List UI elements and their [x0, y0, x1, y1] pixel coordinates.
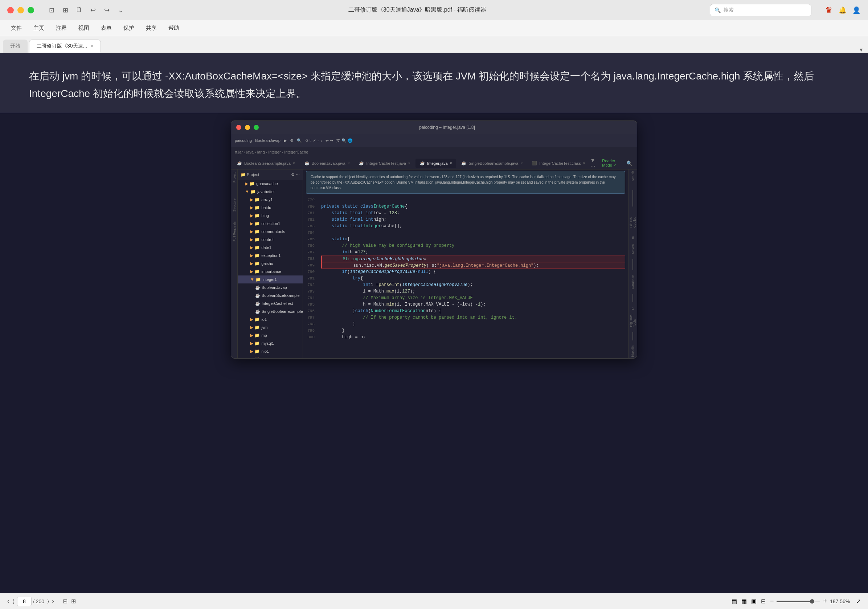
menu-annotate[interactable]: 注释 [51, 23, 72, 34]
ide-minimize-button[interactable] [245, 125, 250, 130]
tree-item-integer1[interactable]: ▼ 📁 integer1 [238, 276, 303, 284]
menu-view[interactable]: 视图 [73, 23, 95, 34]
menu-home[interactable]: 主页 [28, 23, 50, 34]
search-bar[interactable]: 🔍 搜索 [710, 4, 811, 16]
tabbar-menu-icon[interactable]: ▼ [859, 47, 863, 53]
tab-document[interactable]: 二哥修订版《30天速... × [29, 40, 101, 53]
tab-close[interactable]: × [348, 161, 350, 165]
tab-close[interactable]: × [293, 161, 295, 165]
zoom-out-button[interactable]: − [770, 597, 774, 605]
code-line-797: // If the property cannot be parsed into… [321, 314, 625, 321]
page-input-area[interactable]: / 200 [17, 597, 44, 606]
menu-help[interactable]: 帮助 [163, 23, 184, 34]
first-page-icon[interactable]: ⟨ [12, 598, 14, 604]
tree-item-oo[interactable]: ▶ 📁 oo [238, 355, 303, 358]
tree-item-guavacache[interactable]: ▶ 📁 guavacache [238, 180, 303, 188]
main-area: 在启动 jvm 的时候，可以通过 -XX:AutoBoxCacheMax=<si… [0, 53, 868, 593]
ide-tab-boolean-size[interactable]: ☕ BooleanSizeExample.java × [232, 159, 299, 168]
tree-item-javabetter[interactable]: ▼ 📁 javabetter [238, 188, 303, 195]
tab-start[interactable]: 开始 [3, 40, 28, 53]
tree-item-integer-cache-test[interactable]: ☕ IntegerCacheTest [238, 299, 303, 307]
ide-tab-integer-test[interactable]: ☕ IntegerCacheTest.java × [355, 159, 414, 168]
folder-icon: ▶ 📁 [250, 221, 260, 226]
tab-close[interactable]: × [408, 161, 411, 165]
minimize-button[interactable] [17, 7, 24, 14]
vertical-divider3 [632, 294, 633, 302]
next-page-icon[interactable]: › [52, 597, 54, 605]
ide-code-editor[interactable]: Cache to support the object identity sem… [303, 169, 628, 358]
tab-close[interactable]: × [450, 161, 452, 165]
code-line-794: // Maximum array size is Integer.MAX_VAL… [321, 295, 625, 301]
project-label: 📁 Project [240, 172, 259, 177]
tree-item-mp[interactable]: ▶ 📁 mp [238, 332, 303, 339]
zoom-slider-thumb[interactable] [810, 599, 814, 604]
view-mode-icon2[interactable]: ▦ [741, 598, 747, 604]
maximize-button[interactable] [28, 7, 34, 14]
ide-tab-boolean-javap[interactable]: ☕ BooleanJavap.java × [300, 159, 354, 168]
tree-item-mysql1[interactable]: ▶ 📁 mysql1 [238, 339, 303, 347]
tree-item-importance[interactable]: ▶ 📁 importance [238, 268, 303, 276]
tree-item-gaishu[interactable]: ▶ 📁 gaishu [238, 259, 303, 268]
tree-item-boolean-javap[interactable]: ☕ BooleanJavap [238, 284, 303, 291]
code-line-793: i = Math. max (i, 127 ); [321, 288, 625, 295]
tree-item-exception1[interactable]: ▶ 📁 exception1 [238, 251, 303, 259]
tabs-more-icon[interactable]: ▼ ⋯ [591, 158, 601, 169]
tree-item-label: io1 [261, 317, 267, 322]
last-page-icon[interactable]: ⟩ [47, 598, 49, 604]
tree-item-boolean-size[interactable]: ☕ BooleanSizeExample [238, 291, 303, 299]
tree-item-commontools[interactable]: ▶ 📁 commontools [238, 228, 303, 236]
undo-icon[interactable]: ↩ [88, 6, 97, 14]
tree-item-io1[interactable]: ▶ 📁 io1 [238, 315, 303, 323]
ide-maximize-button[interactable] [254, 125, 259, 130]
redo-icon[interactable]: ↪ [102, 6, 111, 14]
fullscreen-icon[interactable]: ⤢ [856, 598, 861, 604]
view-mode-icon1[interactable]: ▤ [732, 598, 737, 604]
tree-item-jvm[interactable]: ▶ 📁 jvm [238, 323, 303, 332]
tabbar-right: ▼ [859, 47, 868, 53]
tab-label: BooleanSizeExample.java [244, 161, 291, 166]
zoom-slider[interactable] [777, 601, 820, 602]
view-mode-icon3[interactable]: ▣ [751, 598, 756, 604]
menu-file[interactable]: 文件 [6, 23, 27, 34]
ide-close-button[interactable] [236, 125, 241, 130]
code-line-788: String integerCacheHighPropValue = [321, 256, 625, 262]
tree-item-nio1[interactable]: ▶ 📁 nio1 [238, 347, 303, 355]
menu-form[interactable]: 表单 [96, 23, 117, 34]
chevron-down-icon[interactable]: ⌄ [116, 6, 125, 14]
window-icon[interactable]: ⊡ [47, 6, 56, 14]
reader-mode-btn[interactable]: Reader Mode ✓ [602, 159, 626, 168]
sidebar-settings-icon[interactable]: ⚙ ⋯ [291, 172, 300, 177]
page-input[interactable] [17, 597, 32, 606]
ide-tab-single-boolean[interactable]: ☕ SingleBooleanExample.java × [457, 159, 527, 168]
zoom-in-button[interactable]: + [823, 597, 827, 605]
tab-close[interactable]: × [583, 161, 585, 165]
tree-item-baidu[interactable]: ▶ 📁 baidu [238, 204, 303, 212]
user-icon[interactable]: 👤 [852, 6, 861, 14]
code-line-780: private static class IntegerCache { [321, 203, 625, 210]
window-icon3[interactable]: 🗒 [75, 6, 84, 14]
crown-icon[interactable]: ♛ [825, 6, 833, 14]
tree-item-date1[interactable]: ▶ 📁 date1 [238, 243, 303, 251]
tree-item-control[interactable]: ▶ 📁 control [238, 236, 303, 243]
menu-protect[interactable]: 保护 [118, 23, 140, 34]
bell-icon[interactable]: 🔔 [838, 6, 847, 14]
tab-close[interactable]: × [520, 161, 522, 165]
search-icon[interactable]: 🔍 [626, 160, 636, 166]
prev-page-icon[interactable]: ‹ [7, 597, 9, 605]
ide-tab-integer[interactable]: ☕ Integer.java × [415, 159, 457, 168]
close-button[interactable] [7, 7, 14, 14]
tab-close-button[interactable]: × [91, 43, 93, 49]
menu-share[interactable]: 共享 [141, 23, 162, 34]
ide-tab-class[interactable]: ⬛ IntegerCacheTest.class × [528, 159, 589, 168]
tree-item-bing[interactable]: ▶ 📁 bing [238, 212, 303, 220]
window-icon2[interactable]: ⊞ [61, 6, 70, 14]
tree-item-array1[interactable]: ▶ 📁 array1 [238, 195, 303, 204]
rotate-right-icon[interactable]: ⊞ [71, 598, 76, 604]
tab-label: BooleanJavap.java [312, 161, 346, 166]
tree-item-collection1[interactable]: ▶ 📁 collection1 [238, 220, 303, 228]
view-mode-icon4[interactable]: ⊟ [761, 598, 766, 604]
ide-file-tabs: ☕ BooleanSizeExample.java × ☕ BooleanJav… [231, 157, 637, 169]
rotate-left-icon[interactable]: ⊟ [63, 598, 68, 604]
tree-item-single-boolean[interactable]: ☕ SingleBooleanExample [238, 307, 303, 315]
code-area[interactable]: 779 780 781 782 783 784 785 786 787 788 … [303, 195, 628, 358]
